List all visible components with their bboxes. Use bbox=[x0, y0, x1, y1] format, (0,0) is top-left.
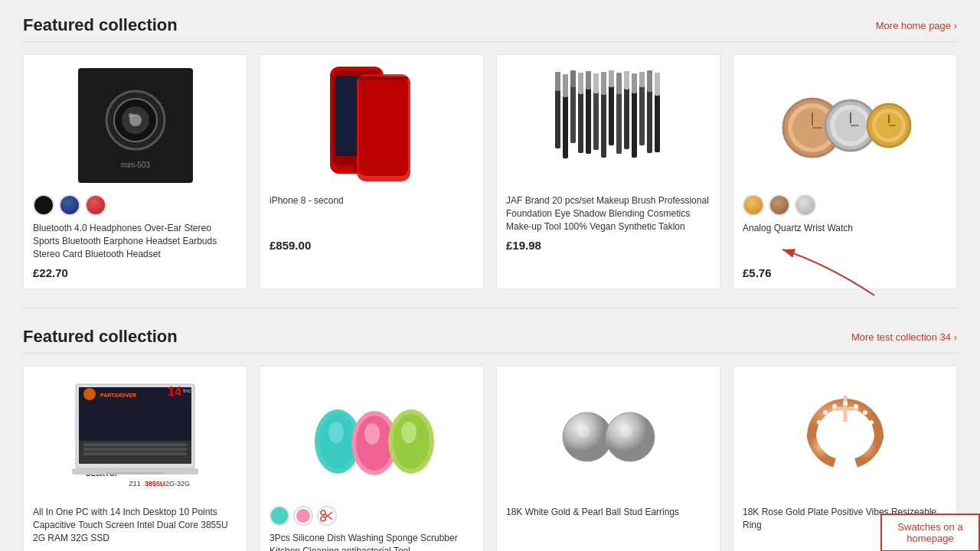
product-image-sponges bbox=[270, 376, 474, 498]
svg-point-100 bbox=[843, 401, 848, 406]
svg-point-84 bbox=[401, 422, 416, 443]
product-name-iphone: iPhone 8 - second bbox=[270, 194, 474, 233]
svg-rect-28 bbox=[601, 72, 606, 95]
products-grid-1: mini-503 Bluetooth 4.0 Headphones Over-E… bbox=[23, 54, 957, 289]
svg-point-81 bbox=[364, 423, 380, 445]
page-wrapper: Featured collection More home page › min… bbox=[0, 0, 980, 551]
svg-rect-75 bbox=[106, 472, 164, 474]
svg-rect-40 bbox=[647, 70, 652, 92]
svg-rect-26 bbox=[593, 73, 599, 93]
product-price-headphones: £22.70 bbox=[33, 266, 237, 279]
iphone-svg bbox=[326, 67, 418, 185]
svg-rect-63 bbox=[83, 443, 187, 446]
svg-text:mini-503: mini-503 bbox=[120, 161, 150, 169]
svg-point-98 bbox=[823, 410, 828, 415]
brushes-svg bbox=[544, 68, 674, 183]
section-header-1: Featured collection More home page › bbox=[23, 15, 957, 42]
product-image-watches bbox=[743, 64, 947, 187]
svg-text:3855U: 3855U bbox=[145, 480, 165, 487]
product-name-earrings: 18K White Gold & Pearl Ball Stud Earring… bbox=[506, 506, 710, 544]
swatch-sponge-icon-2 bbox=[293, 506, 313, 526]
section-header-2: Featured collection More test collection… bbox=[23, 327, 957, 354]
section-title-1: Featured collection bbox=[23, 15, 178, 35]
product-name-sponges: 3Pcs Silicone Dish Washing Sponge Scrubb… bbox=[270, 532, 474, 551]
svg-point-97 bbox=[817, 420, 822, 425]
sponges-svg bbox=[307, 380, 437, 494]
svg-point-88 bbox=[321, 517, 325, 521]
svg-point-5 bbox=[129, 113, 133, 118]
svg-rect-13 bbox=[359, 77, 408, 176]
product-image-earrings bbox=[506, 376, 710, 498]
svg-point-92 bbox=[577, 425, 590, 438]
svg-text:Z11: Z11 bbox=[129, 480, 141, 487]
product-card-brushes: JAF Brand 20 pcs/set Makeup Brush Profes… bbox=[496, 54, 720, 289]
product-card-earrings: 18K White Gold & Pearl Ball Stud Earring… bbox=[496, 366, 720, 551]
featured-section-2: Featured collection More test collection… bbox=[23, 327, 957, 551]
product-name-headphones: Bluetooth 4.0 Headphones Over-Ear Stereo… bbox=[33, 222, 237, 260]
product-price-brushes: £19.98 bbox=[506, 239, 710, 252]
annotation-label: Swatches on a homepage bbox=[897, 521, 962, 544]
svg-point-101 bbox=[854, 404, 858, 409]
svg-rect-20 bbox=[570, 70, 576, 87]
svg-rect-36 bbox=[632, 73, 637, 93]
svg-text:inch: inch bbox=[183, 387, 194, 394]
product-name-brushes: JAF Brand 20 pcs/set Makeup Brush Profes… bbox=[506, 194, 710, 233]
svg-point-91 bbox=[563, 412, 612, 461]
svg-rect-42 bbox=[655, 73, 660, 96]
svg-text:PARTS4OVER: PARTS4OVER bbox=[100, 393, 136, 398]
svg-rect-24 bbox=[586, 71, 591, 90]
product-card-iphone: iPhone 8 - second £859.00 bbox=[260, 54, 484, 289]
product-card-headphones: mini-503 Bluetooth 4.0 Headphones Over-E… bbox=[23, 54, 247, 289]
earrings-svg bbox=[555, 380, 662, 494]
more-link-2[interactable]: More test collection 34 › bbox=[851, 331, 957, 343]
svg-rect-32 bbox=[616, 73, 622, 94]
swatch-red[interactable] bbox=[85, 194, 106, 216]
more-link-1[interactable]: More home page › bbox=[876, 20, 957, 31]
products-grid-2: PARTS4OVER 14 inch DESKTOP Z11 3855U 2G-… bbox=[23, 366, 957, 551]
svg-text:2G-32G: 2G-32G bbox=[165, 480, 190, 487]
headphones-svg: mini-503 bbox=[78, 68, 193, 183]
svg-rect-18 bbox=[563, 74, 568, 97]
swatch-watch-gold[interactable] bbox=[743, 194, 764, 216]
product-image-headphones: mini-503 bbox=[33, 64, 237, 187]
svg-rect-30 bbox=[609, 70, 614, 87]
annotation-arrow-svg bbox=[767, 234, 890, 311]
watches-svg bbox=[778, 70, 912, 181]
swatch-sponge-icon-3 bbox=[317, 506, 337, 526]
annotation-box: Swatches on a homepage bbox=[880, 514, 980, 551]
headphones-swatches bbox=[33, 194, 237, 216]
ring-svg bbox=[789, 380, 902, 494]
svg-point-87 bbox=[321, 510, 325, 515]
section-title-2: Featured collection bbox=[23, 327, 178, 347]
svg-point-85 bbox=[273, 509, 286, 523]
svg-rect-64 bbox=[83, 448, 187, 451]
svg-point-102 bbox=[863, 410, 867, 415]
svg-rect-38 bbox=[639, 72, 645, 87]
svg-point-78 bbox=[328, 422, 344, 443]
svg-rect-14 bbox=[359, 77, 408, 80]
watches-swatches bbox=[743, 194, 947, 216]
laptop-svg: PARTS4OVER 14 inch DESKTOP Z11 3855U 2G-… bbox=[68, 380, 202, 494]
product-card-sponges: 3Pcs Silicone Dish Washing Sponge Scrubb… bbox=[260, 366, 484, 551]
swatch-blue[interactable] bbox=[59, 194, 80, 216]
svg-rect-34 bbox=[624, 71, 629, 90]
swatch-black[interactable] bbox=[33, 194, 54, 216]
svg-text:14: 14 bbox=[168, 385, 181, 398]
swatch-watch-brown[interactable] bbox=[769, 194, 790, 216]
svg-rect-16 bbox=[555, 72, 560, 91]
swatch-sponge-icon bbox=[270, 506, 289, 526]
svg-point-103 bbox=[869, 420, 874, 425]
svg-point-94 bbox=[620, 425, 632, 438]
product-card-laptop: PARTS4OVER 14 inch DESKTOP Z11 3855U 2G-… bbox=[23, 366, 247, 551]
svg-rect-65 bbox=[83, 452, 187, 455]
sponges-swatch-icons bbox=[270, 506, 474, 526]
product-image-brushes bbox=[506, 64, 710, 187]
product-image-ring bbox=[743, 376, 947, 498]
featured-section-1: Featured collection More home page › min… bbox=[23, 15, 957, 289]
product-image-laptop: PARTS4OVER 14 inch DESKTOP Z11 3855U 2G-… bbox=[33, 376, 237, 498]
product-image-iphone bbox=[270, 64, 474, 187]
product-name-laptop: All In One PC with 14 Inch Desktop 10 Po… bbox=[33, 506, 237, 544]
svg-point-93 bbox=[606, 412, 655, 461]
svg-point-99 bbox=[832, 404, 837, 409]
swatch-watch-silver[interactable] bbox=[795, 194, 816, 216]
